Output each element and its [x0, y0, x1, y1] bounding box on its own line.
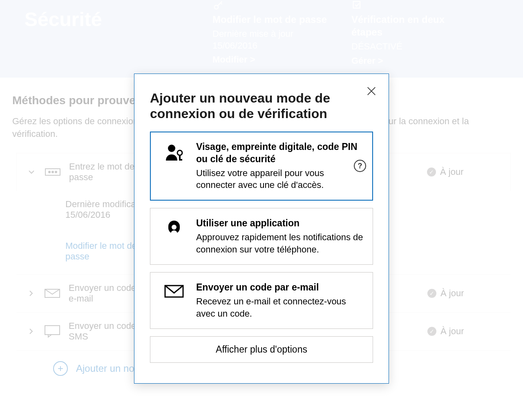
option-title: Envoyer un code par e-mail: [196, 281, 364, 294]
show-more-options-button[interactable]: Afficher plus d'options: [150, 336, 373, 363]
option-authenticator-app[interactable]: Utiliser une application Approuvez rapid…: [150, 208, 373, 265]
option-passkey[interactable]: Visage, empreinte digitale, code PIN ou …: [150, 132, 373, 201]
option-desc: Recevez un e-mail et connectez-vous avec…: [196, 295, 364, 319]
svg-rect-11: [179, 159, 182, 161]
envelope-icon: [163, 283, 185, 299]
option-email-code[interactable]: Envoyer un code par e-mail Recevez un e-…: [150, 272, 373, 329]
add-signin-method-modal: Ajouter un nouveau mode de connexion ou …: [134, 74, 389, 384]
svg-point-12: [172, 225, 177, 230]
modal-overlay: Ajouter un nouveau mode de connexion ou …: [0, 0, 523, 420]
modal-title: Ajouter un nouveau mode de connexion ou …: [150, 90, 373, 122]
close-icon: [366, 85, 377, 97]
svg-point-8: [168, 145, 175, 152]
option-title: Utiliser une application: [196, 217, 364, 230]
option-title: Visage, empreinte digitale, code PIN ou …: [196, 141, 364, 165]
passkey-icon: [163, 143, 185, 164]
authenticator-icon: [163, 219, 185, 240]
close-button[interactable]: [366, 85, 377, 97]
option-desc: Utilisez votre appareil pour vous connec…: [196, 167, 364, 191]
option-desc: Approuvez rapidement les notifications d…: [196, 231, 364, 255]
help-icon[interactable]: ?: [354, 160, 366, 172]
svg-point-9: [177, 150, 182, 155]
